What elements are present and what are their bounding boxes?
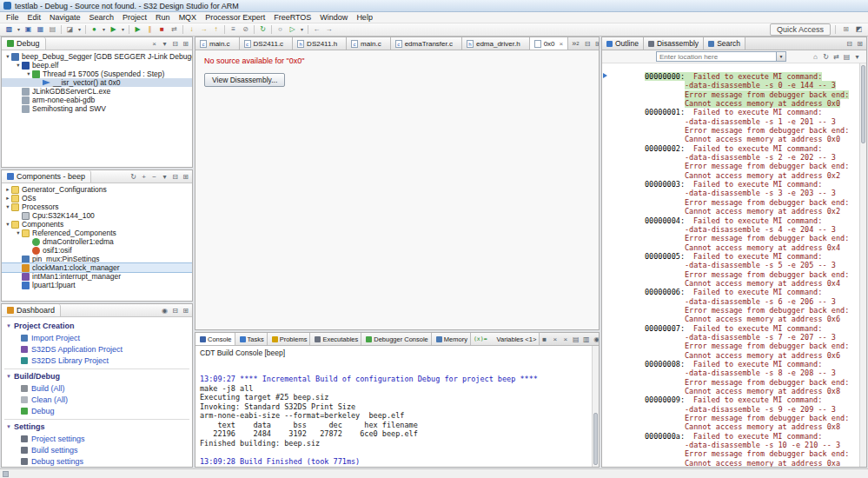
home-icon[interactable]: ⌂ — [811, 52, 820, 62]
disconnect-icon[interactable]: ⇄ — [169, 24, 180, 35]
minimize-icon[interactable]: ⊟ — [845, 39, 854, 49]
dashboard-row[interactable]: S32DS Library Project — [4, 355, 189, 366]
debug-tree-row[interactable]: Semihosting and SWV — [2, 104, 192, 113]
separator[interactable] — [224, 25, 225, 34]
step-over-icon[interactable]: → — [198, 24, 209, 35]
build-icon[interactable]: ◪ — [64, 24, 76, 35]
terminate-icon[interactable]: ■ — [156, 24, 168, 35]
step-return-icon[interactable]: ↑ — [210, 24, 222, 35]
run-dropdown-icon[interactable]: ▾ — [120, 24, 126, 35]
view-menu-icon[interactable]: ▾ — [160, 39, 169, 49]
console-area-tab[interactable]: Memory — [432, 333, 471, 345]
components-tree-row[interactable]: Cpu:S32K144_100 — [2, 211, 192, 220]
remove-all-terminated-icon[interactable]: × — [149, 39, 159, 49]
resume-icon[interactable]: ▶ — [132, 24, 143, 35]
menu-item[interactable]: MQX — [175, 12, 202, 23]
editor-tab[interactable]: DS2411.c — [240, 37, 294, 50]
right-stack-tab[interactable]: Disassembly — [644, 37, 704, 50]
components-tree-row[interactable]: clockMan1:clock_manager — [2, 263, 192, 272]
menu-item[interactable]: Project — [118, 12, 151, 23]
new-wizard-icon[interactable]: ▩ — [3, 24, 15, 35]
expander-icon[interactable]: ▾ — [4, 53, 11, 60]
view-menu-icon[interactable]: ▾ — [852, 52, 862, 62]
expander-icon[interactable]: ▸ — [4, 186, 11, 193]
disassembly-scrollbar[interactable] — [859, 63, 866, 467]
menu-item[interactable]: Help — [352, 12, 377, 23]
components-tree-row[interactable]: ▸ Generator_Configurations — [2, 185, 192, 194]
sync-icon[interactable]: ⇄ — [832, 52, 841, 62]
components-tree-row[interactable]: ▾ Components — [2, 220, 192, 229]
editor-tab[interactable]: edmaTransfer.c — [391, 37, 462, 50]
location-combo[interactable]: ▼ — [656, 51, 786, 62]
dashboard-row[interactable]: Project settings — [4, 433, 189, 444]
collapse-all-icon[interactable]: − — [149, 172, 159, 182]
refresh-icon[interactable]: ↻ — [129, 172, 138, 182]
separator[interactable] — [129, 25, 129, 34]
menu-item[interactable]: Navigate — [45, 12, 85, 23]
components-tree-row[interactable]: osif1:osif — [2, 246, 192, 255]
components-tree-row[interactable]: ▾ Processors — [2, 202, 192, 211]
editor-tab[interactable]: DS2411.h — [293, 37, 347, 50]
right-stack-tab[interactable]: Outline — [602, 37, 644, 50]
menu-item[interactable]: Window — [315, 12, 352, 23]
section-twistie-icon[interactable]: ▼ — [6, 323, 14, 329]
remove-all-launches-icon[interactable]: × — [560, 335, 570, 344]
dashboard-row[interactable]: Build settings — [4, 444, 189, 455]
editor-tab[interactable]: main.c — [195, 37, 240, 50]
menu-item[interactable]: Processor Expert — [201, 12, 269, 23]
search-icon[interactable]: ○ — [275, 24, 286, 35]
dashboard-row[interactable]: Debug settings — [4, 455, 189, 467]
components-tree-row[interactable]: ▸ OSs — [2, 194, 192, 202]
step-into-icon[interactable]: ↓ — [186, 24, 197, 35]
separator[interactable] — [61, 25, 62, 34]
separator[interactable] — [85, 25, 86, 34]
external-tools-dropdown-icon[interactable]: ▾ — [299, 24, 305, 35]
build-dropdown-icon[interactable]: ▾ — [76, 24, 83, 35]
maximize-icon[interactable]: ⊞ — [855, 39, 865, 49]
section-twistie-icon[interactable]: ▼ — [6, 374, 14, 379]
minimize-icon[interactable]: ⊟ — [583, 39, 593, 49]
back-icon[interactable]: ← — [311, 24, 322, 35]
refresh-icon[interactable]: ↻ — [821, 52, 831, 62]
components-tree-row[interactable]: ▾ Referenced_Components — [2, 229, 192, 237]
dashboard-row[interactable]: Debug — [4, 405, 189, 416]
console-area-tab[interactable]: Executables — [310, 333, 361, 345]
dashboard-row[interactable]: ▼ Project Creation — [4, 319, 189, 332]
debug-tree-row[interactable]: ▾ beep.elf — [2, 61, 192, 70]
save-icon[interactable]: ▣ — [23, 24, 34, 35]
expand-all-icon[interactable]: + — [139, 172, 149, 182]
separator[interactable] — [271, 25, 272, 34]
disassembly-line[interactable]: 00000000:Failed to execute MI command: — [609, 63, 859, 72]
debug-tree-row[interactable]: JLinkGDBServerCL.exe — [2, 87, 192, 96]
components-tree-row[interactable]: pin_mux:PinSettings — [2, 255, 192, 263]
menu-item[interactable]: File — [2, 12, 23, 23]
dashboard-row[interactable]: ▼ Build/Debug — [4, 368, 189, 382]
tab-dashboard[interactable]: Dashboard — [2, 304, 61, 316]
terminate-icon[interactable]: ■ — [540, 335, 549, 344]
dashboard-row[interactable]: S32DS Application Project — [4, 343, 189, 355]
maximize-icon[interactable]: ⊞ — [593, 39, 599, 49]
separator[interactable] — [308, 25, 308, 34]
dashboard-row[interactable]: Build (All) — [4, 382, 189, 394]
clear-console-icon[interactable]: ▤ — [571, 335, 580, 344]
external-tools-icon[interactable]: ▷ — [287, 24, 298, 35]
save-all-icon[interactable]: ▦ — [35, 24, 46, 35]
scrollbar-thumb[interactable] — [593, 413, 598, 465]
right-stack-tab[interactable]: Search — [704, 37, 745, 50]
debug-perspective-icon[interactable]: ◩ — [853, 24, 865, 35]
separator[interactable] — [182, 25, 183, 34]
menu-item[interactable]: Search — [85, 12, 119, 23]
minimize-icon[interactable]: ⊟ — [170, 39, 180, 49]
scrollbar-thumb[interactable] — [861, 65, 865, 143]
debug-tree-row[interactable]: ▾ beep_Debug_Segger [GDB SEGGER J-Link D… — [2, 52, 192, 61]
console-area-tab[interactable]: Debugger Console — [361, 333, 432, 345]
components-tree-row[interactable]: lpuart1:lpuart — [2, 281, 192, 289]
minimize-icon[interactable]: ⊟ — [170, 306, 180, 315]
instruction-stepping-icon[interactable]: ≡ — [228, 24, 239, 35]
run-icon[interactable]: ▶ — [108, 24, 119, 35]
skip-breakpoints-icon[interactable]: ⊘ — [240, 24, 251, 35]
new-dropdown-icon[interactable]: ▾ — [16, 24, 22, 35]
open-perspective-icon[interactable]: ⊞ — [840, 24, 851, 35]
menu-item[interactable]: Run — [151, 12, 175, 23]
scroll-lock-icon[interactable]: ▥ — [581, 335, 591, 344]
